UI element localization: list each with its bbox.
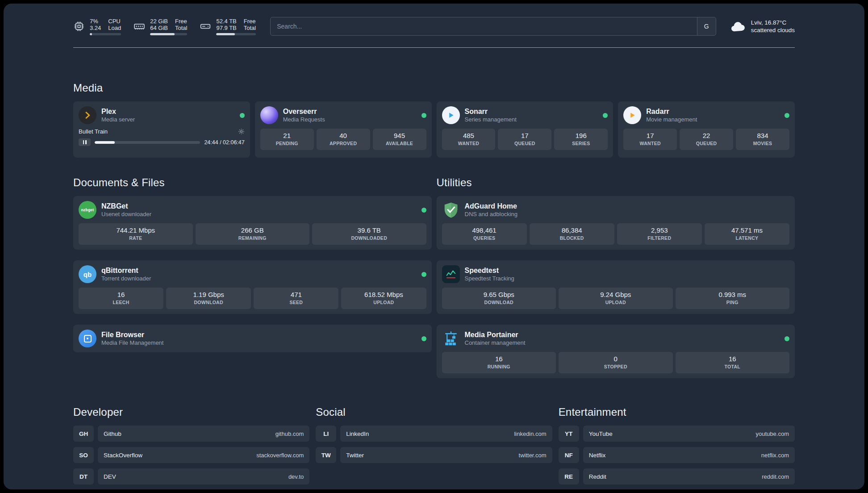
service-subtitle: Media server [101,116,135,123]
service-name: Sonarr [465,107,517,116]
cpu-load-value: 3.24 [90,25,101,31]
cpu-percent: 7% [90,18,101,25]
bookmark-dev[interactable]: DT DEV dev.to [73,468,309,485]
portainer-crane-icon [442,330,460,347]
stat-movies: 834MOVIES [736,129,789,150]
service-subtitle: Movie management [646,116,697,123]
service-subtitle: Torrent downloader [101,275,151,282]
service-card-filebrowser[interactable]: File Browser Media File Management [73,325,432,352]
bookmark-reddit[interactable]: RE Reddit reddit.com [559,468,795,485]
service-name: Media Portainer [465,330,526,339]
bookmarks-developer: Developer GH Github github.com SO StackO… [73,406,309,485]
stat-blocked: 86,384BLOCKED [530,223,614,245]
service-card-radarr[interactable]: Radarr Movie management 17WANTED 22QUEUE… [618,101,795,158]
bookmark-github[interactable]: GH Github github.com [73,426,309,442]
radarr-icon [623,106,641,124]
status-dot [785,336,789,341]
pause-button[interactable] [79,138,91,146]
section-title-utilities: Utilities [437,176,795,189]
stat-rate: 744.21 MbpsRATE [79,223,193,245]
qbittorrent-icon-label: qb [83,271,92,278]
stat-available: 945AVAILABLE [373,129,426,150]
service-card-nzbget[interactable]: nzbget NZBGet Usenet downloader 744.21 M… [73,196,432,250]
status-dot [421,272,426,277]
cpu-label-1: CPU [108,18,121,25]
status-dot [785,113,789,118]
service-subtitle: Series management [465,116,517,123]
search-engine-button[interactable]: G [697,17,716,35]
stat-queries: 498,461QUERIES [442,223,527,245]
service-name: qBittorrent [101,266,151,275]
status-dot [240,113,245,118]
disk-label-1: Free [244,18,256,25]
cpu-label-2: Load [108,25,121,31]
gear-icon[interactable] [238,128,245,135]
service-card-sonarr[interactable]: Sonarr Series management 485WANTED 17QUE… [437,101,613,158]
bookmark-netflix[interactable]: NF Netflix netflix.com [559,447,795,463]
stat-queued: 22QUEUED [680,129,733,150]
nzbget-icon: nzbget [79,201,96,219]
status-dot [603,113,608,118]
stat-approved: 40APPROVED [317,129,370,150]
utilities-column: Utilities [437,176,795,378]
search-input[interactable] [271,17,697,35]
bookmark-url: youtube.com [756,430,789,437]
bookmark-stackoverflow[interactable]: SO StackOverflow stackoverflow.com [73,447,309,463]
bookmark-twitter[interactable]: TW Twitter twitter.com [316,447,552,463]
filebrowser-icon [79,330,96,347]
bookmark-abbr: GH [73,426,94,442]
bookmark-abbr: SO [73,447,94,463]
ram-usage-bar [150,33,187,35]
bookmark-url: linkedin.com [514,430,546,437]
disk-total-value: 97.9 TB [216,25,236,31]
service-name: File Browser [101,330,163,339]
ram-total-value: 64 GiB [150,25,168,31]
service-card-portainer[interactable]: Media Portainer Container management 16R… [437,325,795,378]
bookmark-name: LinkedIn [346,430,369,437]
service-card-qbittorrent[interactable]: qb qBittorrent Torrent downloader 16LEEC… [73,260,432,314]
bookmark-url: reddit.com [762,473,789,480]
service-subtitle: Media Requests [283,116,325,123]
section-title-developer: Developer [73,406,309,418]
service-card-adguard[interactable]: AdGuard Home DNS and adblocking 498,461Q… [437,196,795,250]
ram-label-2: Total [175,25,187,31]
service-card-plex[interactable]: Plex Media server Bullet Train [73,101,250,158]
service-name: AdGuard Home [465,202,518,210]
ram-free-value: 22 GiB [150,18,168,25]
overseerr-icon [260,106,278,124]
bookmark-url: netflix.com [761,452,789,459]
bookmark-url: dev.to [288,473,304,480]
bookmark-abbr: RE [559,468,579,485]
stat-wanted: 485WANTED [442,129,496,150]
cpu-usage-bar [90,33,121,35]
sonarr-icon [442,106,460,124]
service-subtitle: Container management [465,339,526,347]
bookmark-youtube[interactable]: YT YouTube youtube.com [559,426,795,442]
stat-filtered: 2,953FILTERED [617,223,702,245]
service-subtitle: Speedtest Tracking [465,275,514,282]
bookmark-url: github.com [275,430,304,437]
service-card-speedtest[interactable]: Speedtest Speedtest Tracking 9.65 GbpsDO… [437,260,795,314]
nzbget-icon-label: nzbget [81,208,94,212]
stat-pending: 21PENDING [260,129,314,150]
playback-progress-bar[interactable] [95,141,200,144]
bookmark-abbr: DT [73,468,94,485]
bookmark-url: stackoverflow.com [256,452,304,459]
service-subtitle: Usenet downloader [101,211,151,218]
stat-total: 16TOTAL [676,352,790,373]
speedtest-icon [442,265,460,283]
stat-remaining: 266 GBREMAINING [196,223,310,245]
bookmark-name: Github [104,430,121,437]
service-subtitle: DNS and adblocking [465,211,518,218]
topbar-divider [73,47,795,48]
qbittorrent-icon: qb [79,265,96,283]
now-playing-title: Bullet Train [79,128,108,135]
service-name: Overseerr [283,107,325,116]
bookmark-name: YouTube [589,430,613,437]
service-card-overseerr[interactable]: Overseerr Media Requests 21PENDING 40APP… [255,101,432,158]
disk-widget: 52.4 TB 97.9 TB Free Total [200,18,256,35]
bookmark-linkedin[interactable]: LI LinkedIn linkedin.com [316,426,552,442]
search-bar: G [270,17,716,36]
weather-widget: Lviv, 16.87°C scattered clouds [730,19,795,34]
media-grid: Plex Media server Bullet Train [73,101,795,158]
